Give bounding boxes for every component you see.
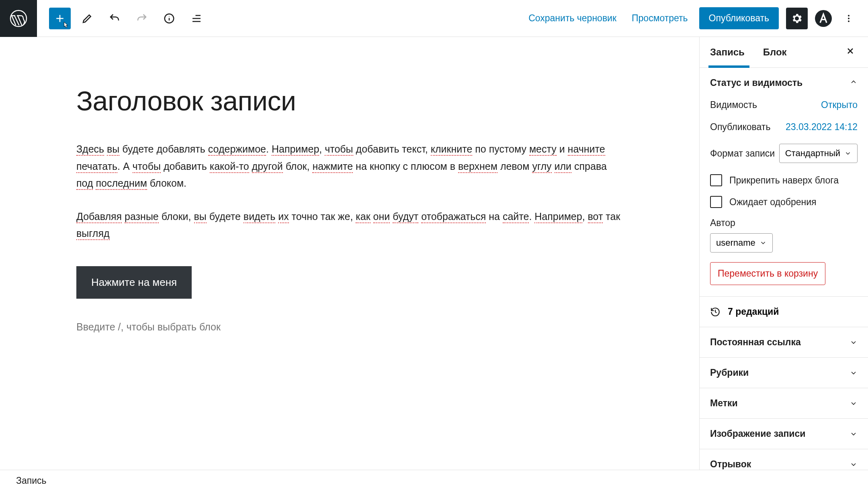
post-title[interactable]: Заголовок записи	[76, 85, 623, 116]
status-bar: Запись	[0, 470, 868, 491]
settings-sidebar: Запись Блок Статус и видимость Видимость…	[699, 37, 868, 470]
visibility-row: Видимость Открыто	[710, 100, 858, 110]
edit-tool-button[interactable]	[76, 8, 98, 29]
panel-categories: Рубрики	[700, 358, 868, 388]
panel-title: Метки	[710, 398, 738, 409]
chevron-down-icon	[850, 399, 858, 407]
letter-a-icon	[817, 12, 830, 25]
redo-button[interactable]	[131, 8, 153, 29]
panel-excerpt-header[interactable]: Отрывок	[700, 449, 868, 470]
pencil-icon	[81, 12, 93, 24]
format-row: Формат записи Стандартный	[710, 144, 858, 163]
list-icon	[190, 12, 203, 24]
sticky-row: Прикрепить наверх блога	[710, 174, 858, 186]
visibility-label: Видимость	[710, 100, 757, 110]
toolbar-right-group: Сохранить черновик Просмотреть Опубликов…	[524, 7, 858, 29]
block-placeholder[interactable]: Введите /, чтобы выбрать блок	[76, 321, 623, 333]
sticky-label: Прикрепить наверх блога	[729, 175, 839, 186]
svg-point-4	[848, 20, 850, 22]
panel-categories-header[interactable]: Рубрики	[700, 358, 868, 388]
pending-checkbox[interactable]	[710, 196, 722, 208]
editor-toolbar: Сохранить черновик Просмотреть Опубликов…	[0, 0, 868, 37]
sidebar-tabs: Запись Блок	[700, 37, 868, 68]
gear-icon	[791, 12, 803, 24]
chevron-down-icon	[850, 338, 858, 346]
panel-title: Статус и видимость	[710, 77, 802, 88]
editor-canvas[interactable]: Заголовок записи Здесь вы будете добавля…	[12, 49, 699, 470]
format-label: Формат записи	[710, 148, 775, 159]
publish-button[interactable]: Опубликовать	[699, 7, 779, 29]
panel-permalink-header[interactable]: Постоянная ссылка	[700, 327, 868, 357]
publish-label: Опубликовать	[710, 122, 770, 132]
undo-icon	[108, 12, 121, 24]
preview-button[interactable]: Просмотреть	[628, 7, 692, 29]
toolbar-left-group	[37, 8, 207, 29]
close-icon	[845, 46, 855, 56]
panel-title: Постоянная ссылка	[710, 337, 801, 348]
visibility-value[interactable]: Открыто	[821, 100, 858, 110]
chevron-down-icon	[850, 460, 858, 469]
outline-button[interactable]	[186, 8, 207, 29]
svg-point-2	[848, 15, 850, 16]
redo-icon	[136, 12, 148, 24]
panel-title: Отрывок	[710, 459, 751, 470]
info-button[interactable]	[158, 8, 180, 29]
add-block-button[interactable]	[49, 8, 71, 29]
format-select[interactable]: Стандартный	[779, 144, 858, 163]
cta-button-block[interactable]: Нажмите на меня	[76, 266, 192, 299]
plugin-avatar[interactable]	[815, 10, 832, 27]
dots-vertical-icon	[844, 14, 854, 23]
panel-title: Изображение записи	[710, 428, 805, 439]
content-area: Заголовок записи Здесь вы будете добавля…	[0, 37, 868, 470]
author-value: username	[716, 238, 755, 248]
format-value: Стандартный	[785, 148, 840, 159]
panel-title: Рубрики	[710, 367, 749, 378]
pending-row: Ожидает одобрения	[710, 196, 858, 208]
info-icon	[163, 12, 175, 24]
chevron-down-icon	[760, 239, 767, 247]
chevron-down-icon	[850, 430, 858, 438]
close-sidebar-button[interactable]	[842, 43, 858, 62]
plus-icon	[54, 12, 66, 24]
panel-tags-header[interactable]: Метки	[700, 388, 868, 418]
more-menu-button[interactable]	[839, 9, 858, 28]
history-icon	[710, 307, 721, 317]
wordpress-icon	[9, 9, 28, 28]
svg-point-3	[848, 18, 850, 19]
panel-featured-header[interactable]: Изображение записи	[700, 419, 868, 449]
publish-date-row: Опубликовать 23.03.2022 14:12	[710, 122, 858, 132]
panel-excerpt: Отрывок	[700, 449, 868, 470]
revisions-link[interactable]: 7 редакций	[700, 297, 868, 327]
panel-permalink: Постоянная ссылка	[700, 327, 868, 358]
sticky-checkbox[interactable]	[710, 174, 722, 186]
wordpress-logo[interactable]	[0, 0, 37, 37]
trash-button[interactable]: Переместить в корзину	[710, 262, 825, 285]
panel-status: Статус и видимость Видимость Открыто Опу…	[700, 68, 868, 297]
panel-status-body: Видимость Открыто Опубликовать 23.03.202…	[700, 98, 868, 296]
breadcrumb[interactable]: Запись	[16, 475, 46, 486]
save-draft-button[interactable]: Сохранить черновик	[524, 7, 620, 29]
tab-block[interactable]: Блок	[762, 37, 796, 67]
panel-featured-image: Изображение записи	[700, 419, 868, 449]
author-label: Автор	[710, 218, 858, 228]
editor-area: Заголовок записи Здесь вы будете добавля…	[0, 37, 699, 470]
undo-button[interactable]	[104, 8, 125, 29]
post-paragraph-2[interactable]: Добавляя разные блоки, вы будете видеть …	[76, 208, 623, 242]
panel-tags: Метки	[700, 388, 868, 419]
publish-value[interactable]: 23.03.2022 14:12	[786, 122, 858, 132]
post-paragraph-1[interactable]: Здесь вы будете добавлять содержимое. На…	[76, 141, 623, 192]
tab-post[interactable]: Запись	[709, 37, 754, 67]
chevron-down-icon	[844, 150, 852, 157]
chevron-down-icon	[850, 369, 858, 377]
panel-status-header[interactable]: Статус и видимость	[700, 68, 868, 98]
settings-button[interactable]	[786, 8, 808, 29]
chevron-up-icon	[850, 78, 858, 88]
author-select[interactable]: username	[710, 233, 773, 253]
revisions-text: 7 редакций	[728, 306, 779, 317]
pending-label: Ожидает одобрения	[729, 197, 817, 208]
